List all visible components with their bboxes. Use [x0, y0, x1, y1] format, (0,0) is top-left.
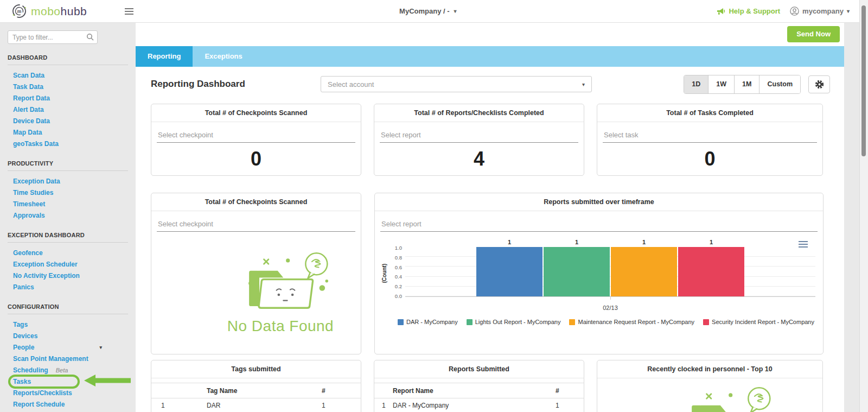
- megaphone-icon: [717, 8, 725, 15]
- sidebar-item-geofence[interactable]: Geofence: [8, 248, 128, 259]
- help-support-link[interactable]: Help & Support: [717, 7, 780, 15]
- checkpoint-select[interactable]: Select checkpoint: [157, 219, 355, 232]
- card-checkpoints-scanned-chart: Total # of Checkpoints Scanned Select ch…: [151, 193, 361, 354]
- legend-swatch: [569, 319, 575, 325]
- table-row[interactable]: 1 DAR - MyCompany 1: [374, 398, 584, 412]
- card-reports-completed: Total # of Reports/Checklists Completed …: [374, 104, 584, 176]
- sidebar-section-configuration: CONFIGURATION Tags Devices People ▾ Scan…: [8, 303, 128, 410]
- sidebar-item-alert-data[interactable]: Alert Data: [8, 104, 128, 116]
- page-title: Reporting Dashboard: [151, 79, 321, 90]
- sidebar-item-scan-point-management[interactable]: Scan Point Management: [8, 353, 128, 365]
- sidebar-item-report-schedule[interactable]: Report Schedule: [8, 399, 128, 410]
- sidebar-item-reports-checklists[interactable]: Reports/Checklists: [8, 388, 128, 399]
- sidebar-item-geotasks-data[interactable]: geoTasks Data: [8, 138, 128, 150]
- sidebar-item-exception-scheduler[interactable]: Exception Scheduler: [8, 259, 128, 270]
- legend-item[interactable]: Maintenance Request Report - MyCompany: [569, 319, 694, 325]
- account-label: mycompany: [802, 7, 844, 15]
- card-title: Total # of Checkpoints Scanned: [151, 104, 361, 122]
- range-custom-button[interactable]: Custom: [760, 75, 800, 93]
- sidebar-item-people[interactable]: People ▾: [8, 342, 128, 353]
- legend-item[interactable]: Lights Out Report - MyCompany: [467, 319, 561, 325]
- x-axis-tick: 02/13: [380, 305, 815, 311]
- sidebar-item-tags[interactable]: Tags: [8, 319, 128, 331]
- tab-exceptions[interactable]: Exceptions: [193, 46, 254, 67]
- sidebar-item-no-activity-exception[interactable]: No Activity Exception: [8, 270, 128, 282]
- sidebar-item-scheduling[interactable]: Scheduling Beta: [8, 365, 128, 376]
- legend-swatch: [398, 319, 404, 325]
- sidebar-section-title: DASHBOARD: [8, 54, 128, 61]
- main-panel: Send Now Reporting Exceptions Reporting …: [136, 23, 844, 412]
- company-selector[interactable]: MyCompany / - ▾: [399, 7, 457, 15]
- sidebar-item-scan-data[interactable]: Scan Data: [8, 70, 128, 81]
- card-title: Reports submitted over timeframe: [375, 193, 823, 211]
- sidebar-item-report-data[interactable]: Report Data: [8, 93, 128, 104]
- date-range-group: 1D 1W 1M Custom: [684, 75, 801, 94]
- sidebar-section-title: PRODUCTIVITY: [8, 160, 128, 167]
- divider: [8, 65, 128, 65]
- sidebar-section-title: EXCEPTION DASHBOARD: [8, 232, 128, 238]
- task-select[interactable]: Select task: [603, 130, 817, 143]
- sidebar-item-device-data[interactable]: Device Data: [8, 116, 128, 127]
- checkpoints-scanned-value: 0: [151, 143, 361, 175]
- card-checkpoints-scanned: Total # of Checkpoints Scanned Select ch…: [151, 104, 361, 176]
- sidebar-item-time-studies[interactable]: Time Studies: [8, 187, 128, 199]
- account-select[interactable]: Select account ▾: [321, 76, 592, 92]
- sidebar-item-panics[interactable]: Panics: [8, 282, 128, 293]
- range-1m-button[interactable]: 1M: [735, 75, 760, 93]
- sidebar-item-map-data[interactable]: Map Data: [8, 127, 128, 138]
- account-menu[interactable]: mycompany ▾: [790, 7, 850, 16]
- table-row[interactable]: 1 DAR 1: [151, 398, 361, 412]
- sidebar-item-task-data[interactable]: Task Data: [8, 81, 128, 93]
- bar-maintenance-request[interactable]: 1: [611, 247, 677, 296]
- bar-security-incident[interactable]: 1: [678, 247, 744, 296]
- column-header: Tag Name: [174, 383, 322, 398]
- send-now-button[interactable]: Send Now: [787, 26, 840, 42]
- vertical-scrollbar[interactable]: [859, 0, 868, 412]
- column-header: Report Name: [388, 383, 556, 398]
- content-area: Reporting Dashboard Select account ▾ 1D …: [136, 67, 844, 412]
- tags-submitted-table: Tag Name # 1 DAR 1: [151, 383, 361, 412]
- sidebar-item-timesheet[interactable]: Timesheet: [8, 199, 128, 210]
- checkpoint-select[interactable]: Select checkpoint: [157, 130, 355, 143]
- sidebar-section-dashboard: DASHBOARD Scan Data Task Data Report Dat…: [8, 54, 128, 150]
- tab-reporting[interactable]: Reporting: [136, 46, 193, 67]
- report-select[interactable]: Select report: [380, 219, 818, 232]
- company-selector-label: MyCompany / -: [399, 7, 449, 15]
- divider: [8, 170, 128, 171]
- y-axis-label: (Count): [382, 263, 388, 283]
- hamburger-menu-icon[interactable]: [125, 7, 133, 16]
- divider: [8, 314, 128, 314]
- column-header: #: [556, 383, 584, 398]
- card-tasks-completed: Total # of Tasks Completed Select task 0: [597, 104, 823, 176]
- bar-lights-out[interactable]: 1: [544, 247, 610, 296]
- legend-item[interactable]: Security Incident Report - MyCompany: [703, 319, 814, 325]
- sidebar-item-exception-data[interactable]: Exception Data: [8, 176, 128, 187]
- sidebar-item-devices[interactable]: Devices: [8, 331, 128, 342]
- mobohubb-logo-icon: m: [12, 4, 27, 18]
- user-icon: [790, 7, 799, 16]
- reports-submitted-table: Report Name # 1 DAR - MyCompany 1: [374, 383, 584, 412]
- range-1w-button[interactable]: 1W: [709, 75, 735, 93]
- range-1d-button[interactable]: 1D: [684, 75, 709, 93]
- legend-item[interactable]: DAR - MyCompany: [398, 319, 458, 325]
- sidebar-item-approvals[interactable]: Approvals: [8, 210, 128, 221]
- sidebar-filter-input[interactable]: [8, 30, 98, 44]
- card-title: Total # of Checkpoints Scanned: [151, 193, 361, 211]
- legend-swatch: [467, 319, 473, 325]
- card-title: Recently clocked in personnel - Top 10: [597, 360, 822, 378]
- bar-dar[interactable]: 1: [476, 247, 542, 296]
- logo[interactable]: m mobohubb: [12, 4, 87, 18]
- column-header: #: [322, 383, 361, 398]
- sidebar-item-tasks[interactable]: Tasks: [8, 376, 128, 388]
- report-select[interactable]: Select report: [380, 130, 578, 143]
- reports-completed-value: 4: [374, 143, 584, 175]
- chevron-down-icon: ▾: [582, 81, 585, 87]
- svg-text:m: m: [17, 9, 22, 14]
- card-title: Total # of Tasks Completed: [597, 104, 822, 122]
- plot-area: 1 1 1 1: [405, 247, 815, 297]
- gear-icon: [815, 80, 824, 89]
- settings-button[interactable]: [808, 75, 830, 93]
- bar-chart: (Count) 1.00.8 0.60.4 0.20.0 1: [375, 247, 823, 325]
- chart-legend: DAR - MyCompany Lights Out Report - MyCo…: [380, 319, 815, 325]
- scrollbar-thumb[interactable]: [861, 5, 866, 156]
